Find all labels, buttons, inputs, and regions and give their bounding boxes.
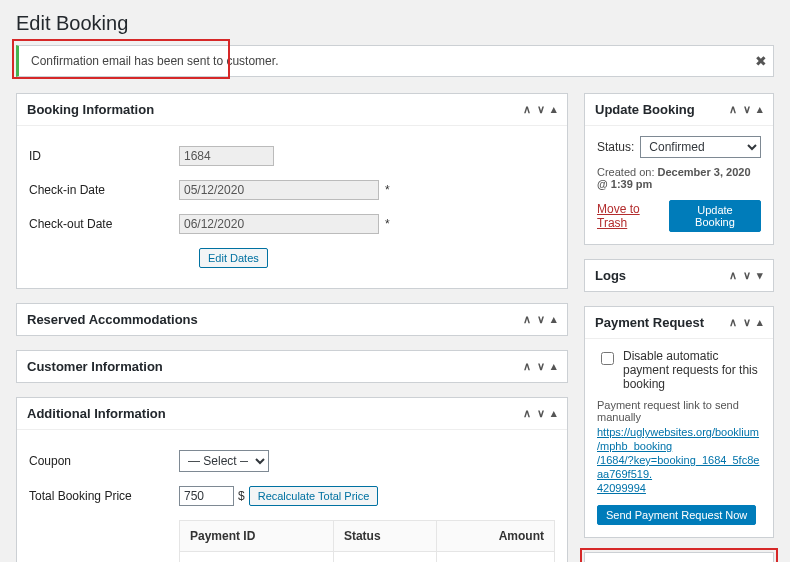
reserved-accommodations-box: Reserved Accommodations ∧ ∨ ▴ (16, 303, 568, 336)
required-asterisk: * (385, 217, 390, 231)
col-payment-id: Payment ID (180, 521, 334, 552)
id-input (179, 146, 274, 166)
id-label: ID (29, 149, 179, 163)
caret-toggle-icon[interactable]: ▴ (551, 407, 557, 420)
caret-toggle-icon[interactable]: ▾ (757, 269, 763, 282)
chevron-down-icon[interactable]: ∨ (537, 407, 545, 420)
payment-link-intro: Payment request link to send manually (597, 399, 761, 423)
required-asterisk: * (385, 183, 390, 197)
customer-information-box: Customer Information ∧ ∨ ▴ (16, 350, 568, 383)
chevron-up-icon[interactable]: ∧ (729, 103, 737, 116)
chevron-up-icon[interactable]: ∧ (523, 103, 531, 116)
chevron-up-icon[interactable]: ∧ (523, 313, 531, 326)
col-status: Status (333, 521, 436, 552)
move-to-trash-link[interactable]: Move to Trash (597, 202, 669, 230)
additional-information-box: Additional Information ∧ ∨ ▴ Coupon — Se… (16, 397, 568, 562)
total-price-label: Total Booking Price (29, 489, 179, 503)
payments-table: Payment ID Status Amount — — — (179, 520, 555, 562)
chevron-down-icon[interactable]: ∨ (537, 103, 545, 116)
update-booking-button[interactable]: Update Booking (669, 200, 761, 232)
chevron-down-icon[interactable]: ∨ (743, 269, 751, 282)
coupon-label: Coupon (29, 454, 179, 468)
currency-symbol: $ (238, 489, 245, 503)
booking-info-heading: Booking Information (27, 102, 154, 117)
customer-heading: Customer Information (27, 359, 163, 374)
caret-toggle-icon[interactable]: ▴ (757, 316, 763, 329)
chevron-down-icon[interactable]: ∨ (743, 316, 751, 329)
status-label: Status: (597, 140, 634, 154)
resend-email-box: Resend Email ∧ ∨ ▴ Resend Email Send a c… (584, 552, 774, 562)
chevron-up-icon[interactable]: ∧ (729, 316, 737, 329)
logs-box: Logs ∧ ∨ ▾ (584, 259, 774, 292)
caret-toggle-icon[interactable]: ▴ (551, 313, 557, 326)
payment-link[interactable]: https://uglywebsites.org/booklium /mphb_… (597, 426, 759, 494)
chevron-up-icon[interactable]: ∧ (729, 269, 737, 282)
notice-text: Confirmation email has been sent to cust… (31, 54, 278, 68)
recalculate-button[interactable]: Recalculate Total Price (249, 486, 379, 506)
checkout-label: Check-out Date (29, 217, 179, 231)
col-amount: Amount (436, 521, 554, 552)
logs-heading: Logs (595, 268, 626, 283)
disable-auto-payment-label: Disable automatic payment requests for t… (623, 349, 761, 391)
confirmation-notice: Confirmation email has been sent to cust… (16, 45, 774, 77)
chevron-up-icon[interactable]: ∧ (523, 407, 531, 420)
disable-auto-payment-checkbox[interactable] (601, 352, 614, 365)
chevron-down-icon[interactable]: ∨ (537, 360, 545, 373)
table-row: — — — (180, 552, 555, 563)
caret-toggle-icon[interactable]: ▴ (551, 103, 557, 116)
created-label: Created on: (597, 166, 654, 178)
chevron-down-icon[interactable]: ∨ (537, 313, 545, 326)
caret-toggle-icon[interactable]: ▴ (551, 360, 557, 373)
checkout-input (179, 214, 379, 234)
checkin-label: Check-in Date (29, 183, 179, 197)
edit-dates-button[interactable]: Edit Dates (199, 248, 268, 268)
chevron-up-icon[interactable]: ∧ (523, 360, 531, 373)
update-heading: Update Booking (595, 102, 695, 117)
checkin-input (179, 180, 379, 200)
page-title: Edit Booking (16, 12, 774, 35)
send-payment-request-button[interactable]: Send Payment Request Now (597, 505, 756, 525)
reserved-heading: Reserved Accommodations (27, 312, 198, 327)
status-select[interactable]: Confirmed (640, 136, 761, 158)
payment-request-box: Payment Request ∧ ∨ ▴ Disable automatic … (584, 306, 774, 538)
dismiss-icon[interactable]: ✖ (755, 53, 767, 69)
coupon-select[interactable]: — Select — (179, 450, 269, 472)
caret-toggle-icon[interactable]: ▴ (757, 103, 763, 116)
payment-request-heading: Payment Request (595, 315, 704, 330)
chevron-down-icon[interactable]: ∨ (743, 103, 751, 116)
total-price-input[interactable] (179, 486, 234, 506)
update-booking-box: Update Booking ∧ ∨ ▴ Status: Confirmed (584, 93, 774, 245)
booking-information-box: Booking Information ∧ ∨ ▴ ID (16, 93, 568, 289)
additional-heading: Additional Information (27, 406, 166, 421)
